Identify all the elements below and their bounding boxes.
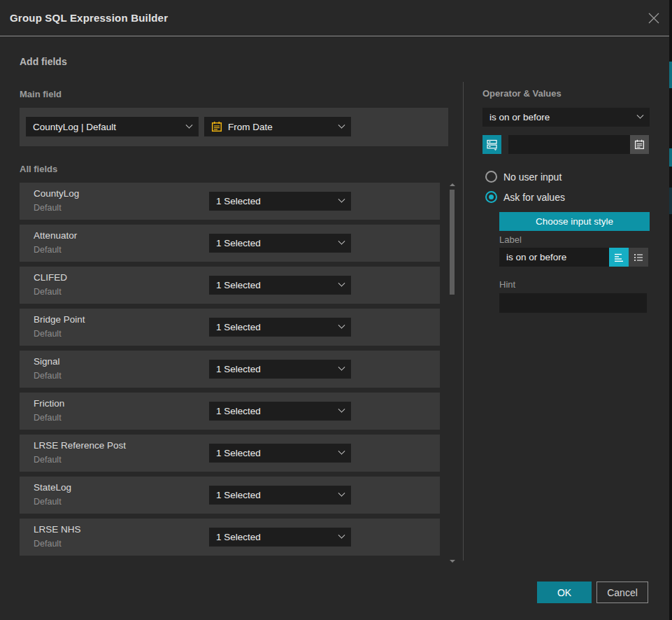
chevron-down-icon: [338, 490, 345, 497]
chevron-down-icon: [338, 532, 345, 539]
field-name: Signal: [34, 356, 60, 367]
field-subtitle: Default: [34, 539, 62, 549]
group-sql-expression-builder-dialog: Group SQL Expression Builder Add fields …: [0, 0, 669, 620]
chevron-down-icon: [338, 448, 345, 455]
field-name: Attenuator: [34, 230, 77, 241]
field-selection-dropdown-value: 1 Selected: [216, 532, 339, 542]
all-fields-list: CountyLog Default 1 Selected Attenuator …: [20, 183, 440, 561]
field-name: LRSE NHS: [34, 524, 81, 535]
main-dataset-dropdown[interactable]: CountyLog | Default: [26, 117, 199, 136]
main-field-heading: Main field: [20, 89, 62, 99]
field-selection-dropdown[interactable]: 1 Selected: [209, 402, 351, 421]
field-row: Bridge Point Default 1 Selected: [20, 309, 440, 346]
date-value-input[interactable]: [508, 135, 630, 154]
field-subtitle: Default: [34, 413, 62, 423]
field-selection-dropdown-value: 1 Selected: [216, 280, 339, 290]
field-selection-dropdown[interactable]: 1 Selected: [209, 234, 351, 253]
field-row: CLIFED Default 1 Selected: [20, 267, 440, 304]
background-accent-mark: [669, 188, 672, 214]
field-name: Friction: [34, 398, 64, 409]
field-row: Attenuator Default 1 Selected: [20, 225, 440, 262]
chevron-down-icon: [637, 112, 644, 119]
all-fields-heading: All fields: [20, 164, 57, 174]
field-row: CountyLog Default 1 Selected: [20, 183, 440, 220]
field-subtitle: Default: [34, 497, 62, 507]
dialog-title: Group SQL Expression Builder: [10, 0, 168, 36]
hint-caption: Hint: [499, 279, 515, 290]
chevron-down-icon: [338, 280, 345, 287]
chevron-down-icon: [338, 406, 345, 413]
field-selection-dropdown-value: 1 Selected: [216, 196, 339, 206]
operator-dropdown-value: is on or before: [489, 112, 638, 122]
field-selection-dropdown-value: 1 Selected: [216, 364, 339, 374]
chevron-down-icon: [338, 196, 345, 203]
field-subtitle: Default: [34, 245, 62, 255]
dialog-titlebar: Group SQL Expression Builder: [0, 0, 669, 36]
field-selection-dropdown-value: 1 Selected: [216, 406, 339, 416]
radio-circle-checked-icon[interactable]: [485, 191, 497, 203]
align-left-icon[interactable]: [609, 248, 629, 267]
background-accent-mark: [669, 62, 672, 88]
scrollbar-down-arrow-icon[interactable]: [450, 560, 455, 563]
chevron-down-icon: [186, 121, 193, 128]
main-field-dropdown[interactable]: From Date: [204, 117, 351, 136]
choose-input-style-button[interactable]: Choose input style: [499, 212, 650, 231]
panel-divider: [463, 82, 464, 561]
label-caption: Label: [499, 234, 522, 245]
field-selection-dropdown[interactable]: 1 Selected: [209, 360, 351, 379]
date-picker-calendar-icon[interactable]: [630, 135, 649, 154]
field-selection-dropdown[interactable]: 1 Selected: [209, 192, 351, 211]
field-row: Friction Default 1 Selected: [20, 393, 440, 430]
field-selection-dropdown[interactable]: 1 Selected: [209, 276, 351, 295]
field-row: Signal Default 1 Selected: [20, 351, 440, 388]
field-row: LRSE Reference Post Default 1 Selected: [20, 435, 440, 472]
field-subtitle: Default: [34, 455, 62, 465]
main-dataset-dropdown-value: CountyLog | Default: [33, 122, 187, 132]
main-field-dropdown-value: From Date: [228, 122, 339, 132]
field-selection-dropdown-value: 1 Selected: [216, 448, 339, 458]
ask-for-values-label: Ask for values: [503, 192, 565, 203]
field-selection-dropdown-value: 1 Selected: [216, 238, 339, 248]
operator-dropdown[interactable]: is on or before: [482, 108, 650, 127]
close-icon[interactable]: [648, 12, 660, 24]
calendar-icon: [211, 121, 222, 132]
radio-ask-for-values[interactable]: Ask for values: [485, 191, 565, 203]
add-fields-heading: Add fields: [20, 56, 67, 67]
field-name: CLIFED: [34, 272, 67, 283]
chevron-down-icon: [338, 238, 345, 245]
field-subtitle: Default: [34, 287, 62, 297]
chevron-down-icon: [338, 121, 345, 128]
hint-input[interactable]: [499, 293, 647, 313]
field-subtitle: Default: [34, 329, 62, 339]
field-name: LRSE Reference Post: [34, 440, 126, 451]
field-row: LRSE NHS Default 1 Selected: [20, 519, 440, 556]
field-selection-dropdown-value: 1 Selected: [216, 322, 339, 332]
operator-values-heading: Operator & Values: [482, 88, 562, 99]
background-accent-mark: [669, 148, 672, 167]
label-input[interactable]: [499, 248, 609, 267]
radio-no-user-input[interactable]: No user input: [485, 171, 562, 183]
field-selection-dropdown[interactable]: 1 Selected: [209, 318, 351, 337]
chevron-down-icon: [338, 322, 345, 329]
field-name: StateLog: [34, 482, 71, 493]
field-row: StateLog Default 1 Selected: [20, 477, 440, 514]
scrollbar-thumb[interactable]: [450, 190, 455, 295]
field-selection-dropdown[interactable]: 1 Selected: [209, 528, 351, 547]
no-user-input-label: No user input: [503, 171, 562, 183]
chevron-down-icon: [338, 364, 345, 371]
background-app-edge: [669, 0, 672, 620]
field-selection-dropdown[interactable]: 1 Selected: [209, 486, 351, 505]
ok-button[interactable]: OK: [537, 582, 592, 603]
field-selection-dropdown[interactable]: 1 Selected: [209, 444, 351, 463]
list-scrollbar[interactable]: [449, 181, 455, 564]
radio-circle-icon[interactable]: [485, 171, 497, 183]
field-name: CountyLog: [34, 188, 79, 199]
field-subtitle: Default: [34, 371, 62, 381]
main-field-panel: CountyLog | Default From Date: [20, 108, 448, 146]
field-subtitle: Default: [34, 203, 62, 213]
field-selection-dropdown-value: 1 Selected: [216, 490, 339, 500]
bulleted-list-icon[interactable]: [629, 248, 648, 267]
cancel-button[interactable]: Cancel: [596, 582, 648, 603]
unique-values-icon[interactable]: [482, 135, 501, 154]
scrollbar-up-arrow-icon[interactable]: [450, 183, 455, 186]
